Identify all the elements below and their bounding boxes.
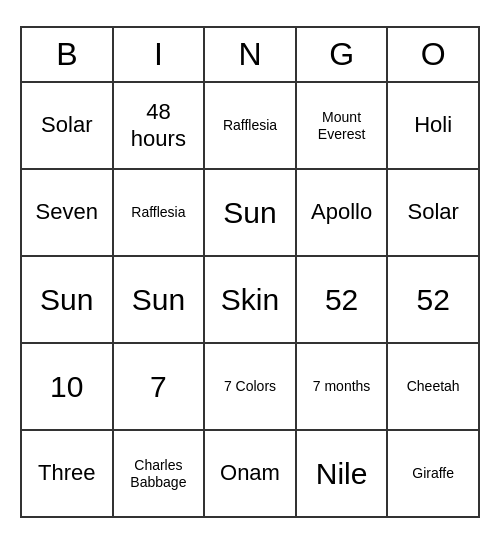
bingo-cell: Sun: [22, 257, 114, 342]
bingo-cell: Skin: [205, 257, 297, 342]
bingo-row: ThreeCharles BabbageOnamNileGiraffe: [22, 431, 478, 516]
bingo-card: BINGO Solar48 hoursRafflesiaMount Everes…: [20, 26, 480, 518]
header-letter: N: [205, 28, 297, 83]
bingo-row: 1077 Colors7 monthsCheetah: [22, 344, 478, 431]
bingo-cell: 7: [114, 344, 206, 429]
bingo-cell: Rafflesia: [205, 83, 297, 168]
bingo-cell: Cheetah: [388, 344, 478, 429]
bingo-cell: Charles Babbage: [114, 431, 206, 516]
bingo-cell: Rafflesia: [114, 170, 206, 255]
bingo-cell: Solar: [388, 170, 478, 255]
bingo-cell: 7 Colors: [205, 344, 297, 429]
bingo-cell: 48 hours: [114, 83, 206, 168]
bingo-cell: Sun: [114, 257, 206, 342]
bingo-cell: 52: [297, 257, 389, 342]
header-letter: G: [297, 28, 389, 83]
bingo-row: Solar48 hoursRafflesiaMount EverestHoli: [22, 83, 478, 170]
header-letter: I: [114, 28, 206, 83]
bingo-cell: Onam: [205, 431, 297, 516]
bingo-cell: Holi: [388, 83, 478, 168]
bingo-header: BINGO: [22, 28, 478, 83]
bingo-cell: Sun: [205, 170, 297, 255]
bingo-cell: Three: [22, 431, 114, 516]
bingo-cell: 52: [388, 257, 478, 342]
bingo-row: SunSunSkin5252: [22, 257, 478, 344]
bingo-row: SevenRafflesiaSunApolloSolar: [22, 170, 478, 257]
bingo-cell: Mount Everest: [297, 83, 389, 168]
bingo-body: Solar48 hoursRafflesiaMount EverestHoliS…: [22, 83, 478, 516]
bingo-cell: Apollo: [297, 170, 389, 255]
bingo-cell: Seven: [22, 170, 114, 255]
bingo-cell: Solar: [22, 83, 114, 168]
bingo-cell: 7 months: [297, 344, 389, 429]
header-letter: B: [22, 28, 114, 83]
bingo-cell: 10: [22, 344, 114, 429]
header-letter: O: [388, 28, 478, 83]
bingo-cell: Nile: [297, 431, 389, 516]
bingo-cell: Giraffe: [388, 431, 478, 516]
